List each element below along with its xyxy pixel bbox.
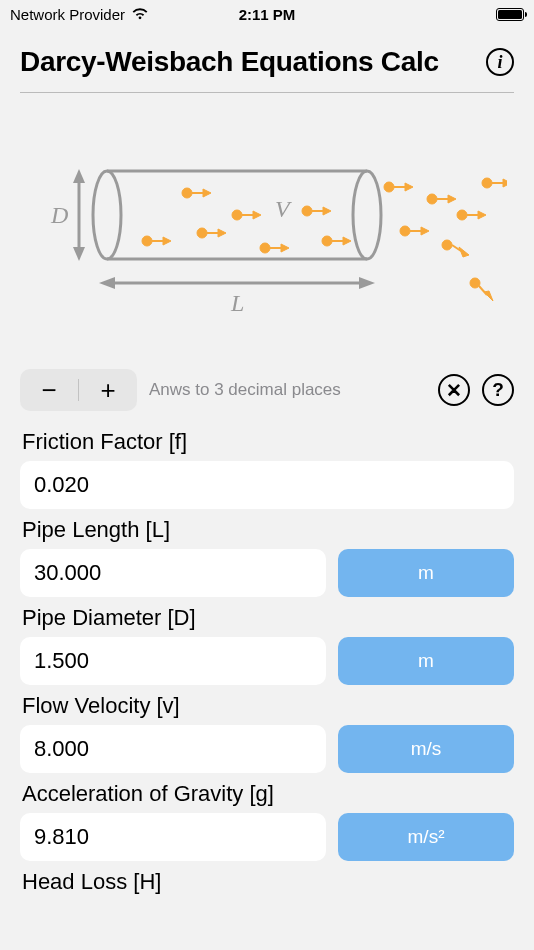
svg-marker-30 bbox=[343, 237, 351, 245]
pipe-flow-diagram: D V L bbox=[27, 143, 507, 333]
field-friction-factor: Friction Factor [f] bbox=[20, 429, 514, 509]
svg-point-10 bbox=[142, 236, 152, 246]
svg-marker-51 bbox=[484, 291, 493, 301]
field-pipe-length: Pipe Length [L] m bbox=[20, 517, 514, 597]
fields-list: Friction Factor [f] Pipe Length [L] m Pi… bbox=[0, 429, 534, 895]
status-bar: Network Provider 2:11 PM bbox=[0, 0, 534, 28]
diagram-v-label: V bbox=[275, 196, 292, 222]
status-left: Network Provider bbox=[10, 6, 149, 23]
svg-point-16 bbox=[197, 228, 207, 238]
pipe-length-input[interactable] bbox=[20, 549, 326, 597]
field-label: Acceleration of Gravity [g] bbox=[22, 781, 514, 807]
svg-point-40 bbox=[442, 240, 452, 250]
svg-marker-36 bbox=[421, 227, 429, 235]
pipe-diameter-input[interactable] bbox=[20, 637, 326, 685]
svg-point-25 bbox=[302, 206, 312, 216]
svg-point-22 bbox=[260, 243, 270, 253]
diagram-l-label: L bbox=[230, 290, 244, 316]
page-title: Darcy-Weisbach Equations Calc bbox=[20, 46, 439, 78]
svg-point-31 bbox=[384, 182, 394, 192]
status-right bbox=[496, 8, 524, 21]
gravity-unit-button[interactable]: m/s² bbox=[338, 813, 514, 861]
decimal-plus-button[interactable]: + bbox=[79, 369, 137, 411]
svg-point-6 bbox=[353, 171, 381, 259]
precision-controls: − + Anws to 3 decimal places ✕ ? bbox=[0, 363, 534, 423]
svg-marker-39 bbox=[448, 195, 456, 203]
status-time: 2:11 PM bbox=[239, 6, 296, 23]
svg-point-3 bbox=[93, 171, 121, 259]
field-head-loss-label-partial: Head Loss [H] bbox=[22, 869, 514, 895]
svg-marker-9 bbox=[359, 277, 375, 289]
decimal-minus-button[interactable]: − bbox=[20, 369, 78, 411]
field-label: Pipe Diameter [D] bbox=[22, 605, 514, 631]
close-icon: ✕ bbox=[446, 379, 462, 402]
clear-button[interactable]: ✕ bbox=[438, 374, 470, 406]
svg-marker-27 bbox=[323, 207, 331, 215]
app-header: Darcy-Weisbach Equations Calc i bbox=[0, 28, 534, 92]
flow-velocity-unit-button[interactable]: m/s bbox=[338, 725, 514, 773]
svg-marker-18 bbox=[218, 229, 226, 237]
info-icon: i bbox=[497, 52, 502, 73]
svg-marker-24 bbox=[281, 244, 289, 252]
svg-marker-45 bbox=[478, 211, 486, 219]
pipe-diameter-unit-button[interactable]: m bbox=[338, 637, 514, 685]
field-flow-velocity: Flow Velocity [v] m/s bbox=[20, 693, 514, 773]
svg-point-37 bbox=[427, 194, 437, 204]
pipe-length-unit-button[interactable]: m bbox=[338, 549, 514, 597]
help-button[interactable]: ? bbox=[482, 374, 514, 406]
svg-marker-2 bbox=[73, 247, 85, 261]
field-label: Friction Factor [f] bbox=[22, 429, 514, 455]
flow-velocity-input[interactable] bbox=[20, 725, 326, 773]
field-label: Flow Velocity [v] bbox=[22, 693, 514, 719]
friction-factor-input[interactable] bbox=[20, 461, 514, 509]
svg-marker-33 bbox=[405, 183, 413, 191]
svg-marker-15 bbox=[203, 189, 211, 197]
svg-marker-48 bbox=[503, 179, 507, 187]
info-button[interactable]: i bbox=[486, 48, 514, 76]
svg-marker-42 bbox=[459, 247, 469, 257]
question-icon: ? bbox=[492, 379, 504, 401]
decimal-stepper: − + bbox=[20, 369, 137, 411]
svg-marker-21 bbox=[253, 211, 261, 219]
wifi-icon bbox=[131, 6, 149, 23]
svg-point-13 bbox=[182, 188, 192, 198]
svg-point-43 bbox=[457, 210, 467, 220]
network-provider: Network Provider bbox=[10, 6, 125, 23]
field-gravity: Acceleration of Gravity [g] m/s² bbox=[20, 781, 514, 861]
svg-marker-12 bbox=[163, 237, 171, 245]
gravity-input[interactable] bbox=[20, 813, 326, 861]
svg-point-19 bbox=[232, 210, 242, 220]
svg-marker-8 bbox=[99, 277, 115, 289]
battery-icon bbox=[496, 8, 524, 21]
svg-point-28 bbox=[322, 236, 332, 246]
diagram-d-label: D bbox=[50, 202, 68, 228]
field-pipe-diameter: Pipe Diameter [D] m bbox=[20, 605, 514, 685]
svg-point-46 bbox=[482, 178, 492, 188]
svg-marker-1 bbox=[73, 169, 85, 183]
field-label: Pipe Length [L] bbox=[22, 517, 514, 543]
svg-point-34 bbox=[400, 226, 410, 236]
decimal-hint: Anws to 3 decimal places bbox=[149, 380, 426, 400]
diagram-container: D V L bbox=[0, 93, 534, 363]
